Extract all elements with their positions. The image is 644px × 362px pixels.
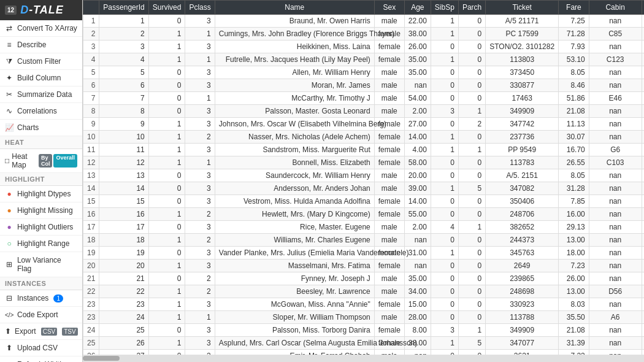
cell-sex: female: [374, 118, 404, 131]
row-index: 22: [83, 285, 99, 298]
scrollbar-thumb[interactable]: [83, 356, 120, 361]
row-index: 26: [83, 350, 99, 355]
cell-survived: 0: [148, 105, 185, 118]
cell-ticket: 17463: [486, 92, 559, 105]
cell-survived: 1: [148, 311, 185, 324]
table-row: 9913Johnson, Mrs. Oscar W (Elisabeth Vil…: [83, 118, 645, 131]
cell-sex: male: [374, 272, 404, 285]
cell-ticket: 2649: [486, 260, 559, 272]
col-header-name[interactable]: Name: [215, 1, 374, 15]
instances-badge: 1: [53, 295, 63, 302]
col-header-passengerid[interactable]: PassengerId: [99, 1, 148, 15]
cell-sex: female: [374, 324, 404, 337]
cell-cabin: nan: [589, 272, 642, 285]
cell-age: 22.00: [404, 15, 431, 28]
sidebar-item-label: Highlight Missing: [17, 206, 73, 215]
col-header-embarked[interactable]: Embarked: [642, 1, 644, 15]
cell-pclass: 3: [185, 324, 215, 337]
cell-survived: 0: [148, 15, 185, 28]
sidebar-item-charts[interactable]: 📈 Charts: [0, 120, 82, 136]
cell-sibsp: 0: [431, 234, 458, 247]
correlations-icon: ∿: [5, 107, 13, 115]
sidebar-item-instances[interactable]: ⊟ Instances 1: [0, 290, 82, 307]
badge-bycol: By Col: [39, 154, 53, 168]
sidebar-item-build-column[interactable]: ✦ Build Column: [0, 70, 82, 87]
col-header-ticket[interactable]: Ticket: [486, 1, 559, 15]
cell-age: 15.00: [404, 298, 431, 311]
cell-ticket: PC 17599: [486, 28, 559, 40]
cell-age: 26.00: [404, 40, 431, 53]
sidebar-item-custom-filter[interactable]: ⧩ Custom Filter: [0, 53, 82, 70]
cell-embarked: S: [642, 118, 644, 131]
sidebar-item-highlight-missing[interactable]: ● Highlight Missing: [0, 202, 82, 219]
cell-ticket: 113783: [486, 156, 559, 169]
export-tsv-badge[interactable]: TSV: [62, 328, 77, 336]
cell-cabin: nan: [589, 118, 642, 131]
sidebar-item-low-variance[interactable]: ⊞ Low Variance Flag: [0, 252, 82, 277]
heatmap-badges: By Col Overall: [39, 154, 77, 168]
cell-embarked: C: [642, 260, 644, 272]
cell-name: Allen, Mr. William Henry: [215, 66, 374, 79]
cell-embarked: S: [642, 105, 644, 118]
cell-ticket: 347077: [486, 337, 559, 350]
cell-passengerid: 19: [99, 247, 148, 260]
sidebar-item-convert-xarray[interactable]: ⇄ Convert To XArray: [0, 20, 82, 37]
cell-age: nan: [404, 260, 431, 272]
cell-survived: 1: [148, 131, 185, 144]
horizontal-scrollbar[interactable]: [83, 355, 644, 362]
cell-age: 35.00: [404, 66, 431, 79]
cell-sibsp: 0: [431, 169, 458, 182]
sidebar-item-highlight-dtypes[interactable]: ● Highlight Dtypes: [0, 186, 82, 202]
cell-fare: 26.55: [559, 156, 589, 169]
cell-age: 55.00: [404, 208, 431, 221]
cell-cabin: nan: [589, 40, 642, 53]
cell-sex: female: [374, 208, 404, 221]
cell-sibsp: 0: [431, 40, 458, 53]
cell-sibsp: 1: [431, 182, 458, 195]
sidebar-item-highlight-range[interactable]: ○ Highlight Range: [0, 236, 82, 252]
cell-ticket: A/5. 2151: [486, 169, 559, 182]
cell-embarked: S: [642, 40, 644, 53]
sidebar-item-label: Custom Filter: [17, 57, 61, 66]
sidebar-item-heat-map[interactable]: □ Heat Map By Col Overall: [0, 149, 82, 173]
cell-parch: 0: [458, 234, 485, 247]
sidebar-item-upload-csv[interactable]: ⬆ Upload CSV: [0, 340, 82, 356]
cell-embarked: S: [642, 311, 644, 324]
col-header-survived[interactable]: Survived: [148, 1, 185, 15]
sidebar-item-export[interactable]: ⬆ Export CSV TSV: [0, 323, 82, 340]
cell-embarked: S: [642, 285, 644, 298]
cell-ticket: 330877: [486, 79, 559, 92]
cell-fare: 16.00: [559, 208, 589, 221]
cell-sex: female: [374, 131, 404, 144]
table-wrapper[interactable]: PassengerId Survived Pclass Name Sex Age…: [83, 0, 644, 355]
col-header-sibsp[interactable]: SibSp: [431, 1, 458, 15]
cell-sibsp: 0: [431, 260, 458, 272]
table-row: 131303Saundercock, Mr. William Henrymale…: [83, 169, 645, 182]
cell-fare: 21.08: [559, 105, 589, 118]
table-row: 171703Rice, Master. Eugenemale2.00413826…: [83, 221, 645, 234]
sidebar-item-code-export[interactable]: </> Code Export: [0, 307, 82, 323]
cell-fare: 53.10: [559, 53, 589, 66]
sidebar: 12 D-TALE ⇄ Convert To XArray ≡ Describe…: [0, 0, 83, 362]
row-index: 12: [83, 156, 99, 169]
cell-embarked: S: [642, 182, 644, 195]
col-header-fare[interactable]: Fare: [559, 1, 589, 15]
col-header-cabin[interactable]: Cabin: [589, 1, 642, 15]
export-csv-badge[interactable]: CSV: [41, 328, 58, 336]
cell-survived: 0: [148, 66, 185, 79]
col-header-parch[interactable]: Parch: [458, 1, 485, 15]
cell-cabin: D56: [589, 285, 642, 298]
row-index: 14: [83, 182, 99, 195]
col-header-age[interactable]: Age: [404, 1, 431, 15]
col-header-sex[interactable]: Sex: [374, 1, 404, 15]
sidebar-item-describe[interactable]: ≡ Describe: [0, 37, 82, 53]
col-header-pclass[interactable]: Pclass: [185, 1, 215, 15]
cell-ticket: 239865: [486, 272, 559, 285]
sidebar-item-summarize-data[interactable]: ✂ Summarize Data: [0, 87, 82, 103]
table-row: 202013Masselmani, Mrs. Fatimafemalenan00…: [83, 260, 645, 272]
sidebar-item-refresh-widths[interactable]: ↔ Refresh Widths: [0, 356, 82, 362]
sidebar-item-correlations[interactable]: ∿ Correlations: [0, 103, 82, 120]
sidebar-item-highlight-outliers[interactable]: ● Highlight Outliers: [0, 219, 82, 236]
build-icon: ✦: [5, 74, 13, 82]
row-index: 19: [83, 247, 99, 260]
